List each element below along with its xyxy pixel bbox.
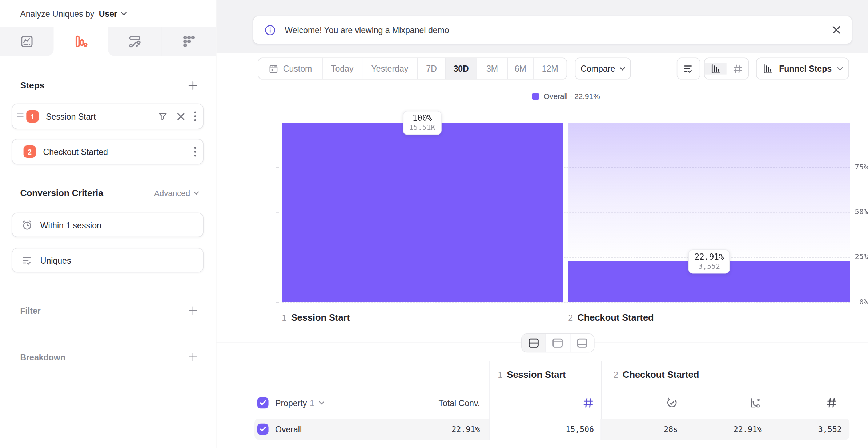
add-breakdown-button[interactable]	[187, 351, 199, 363]
total-conv-cell: 22.91%	[401, 419, 480, 440]
step-event-name[interactable]: Checkout Started	[43, 147, 194, 156]
step2-rate-cell: 22.91%	[714, 419, 762, 440]
legend-label: Overall · 22.91%	[544, 92, 600, 101]
row-name: Overall	[275, 424, 302, 434]
table-group-step-2: 2 Checkout Started	[614, 369, 699, 380]
report-type-tabs	[0, 27, 216, 56]
date-range-label: 30D	[453, 64, 469, 73]
step1-count-header[interactable]	[552, 392, 594, 414]
compare-button[interactable]: Compare	[575, 57, 631, 79]
metric-uniques-button[interactable]	[677, 57, 700, 79]
step2-time-header[interactable]	[647, 392, 678, 414]
property-header: Property 1	[257, 392, 325, 414]
add-step-button[interactable]	[187, 79, 199, 92]
chevron-down-icon	[193, 191, 199, 195]
date-range-3m[interactable]: 3M	[477, 58, 507, 79]
funnel-bar-step-2[interactable]	[568, 123, 850, 302]
split-view-toggle[interactable]	[522, 334, 546, 352]
date-range-30d[interactable]: 30D	[445, 58, 477, 79]
drag-handle-icon[interactable]	[17, 113, 23, 119]
insights-icon	[20, 34, 34, 49]
date-range-label: 7D	[426, 64, 437, 73]
date-range-12m[interactable]: 12M	[533, 58, 566, 79]
demo-welcome-banner: Welcome! You are viewing a Mixpanel demo	[253, 16, 852, 44]
step-number: 2	[568, 313, 573, 322]
counting-method-setting[interactable]: Uniques	[12, 248, 204, 273]
breakdown-title: Breakdown	[20, 352, 65, 362]
value-display-toggle	[704, 57, 749, 79]
info-icon	[265, 24, 276, 36]
date-range-custom[interactable]: Custom	[258, 58, 322, 79]
row-select-area: Overall	[257, 419, 302, 440]
add-filter-button[interactable]	[187, 304, 199, 317]
group-label: Session Start	[507, 369, 566, 380]
step-options-kebab-icon[interactable]	[194, 147, 196, 157]
table-only-view-toggle[interactable]	[570, 334, 594, 352]
step2-count-value: 3,552	[818, 425, 842, 434]
step-1-pct: 100%	[409, 113, 435, 123]
compare-label: Compare	[580, 64, 615, 73]
tab-funnels[interactable]	[54, 27, 108, 56]
step2-count-cell: 3,552	[794, 419, 842, 440]
select-all-checkbox[interactable]	[257, 397, 269, 408]
row-checkbox[interactable]	[257, 424, 269, 435]
analyze-entity-dropdown[interactable]: User	[99, 9, 127, 18]
property-label[interactable]: Property	[275, 398, 307, 408]
list-check-icon	[21, 254, 33, 266]
date-range-today[interactable]: Today	[322, 58, 362, 79]
query-builder-sidebar: Analyze Uniques by User	[0, 0, 216, 448]
analyze-label: Analyze Uniques by	[20, 9, 94, 18]
step-name: Session Start	[291, 312, 350, 323]
step2-rate-header[interactable]	[731, 392, 762, 414]
chart-type-dropdown[interactable]: Funnel Steps	[756, 57, 849, 79]
conversion-window-label: Within 1 session	[40, 220, 101, 229]
absolute-numbers-toggle[interactable]	[727, 64, 748, 74]
date-range-yesterday[interactable]: Yesterday	[362, 58, 417, 79]
percent-bars-toggle[interactable]	[705, 63, 727, 74]
split-view-icon	[528, 338, 539, 348]
x-label-step-2: 2 Checkout Started	[568, 312, 654, 323]
date-range-6m[interactable]: 6M	[507, 58, 533, 79]
funnels-icon	[73, 34, 88, 49]
group-label: Checkout Started	[623, 369, 699, 380]
conversion-window-setting[interactable]: Within 1 session	[12, 213, 204, 237]
banner-close-button[interactable]	[832, 26, 841, 34]
date-range-label: Today	[331, 64, 354, 73]
date-range-control: Custom Today Yesterday 7D 30D 3M 6M 12M	[258, 57, 567, 79]
top-panel-icon	[552, 338, 563, 348]
funnel-chart-icon	[762, 63, 773, 74]
tab-flows[interactable]	[108, 27, 161, 56]
steps-title: Steps	[20, 81, 44, 91]
step-options-kebab-icon[interactable]	[194, 111, 196, 121]
filter-title: Filter	[20, 306, 40, 315]
date-range-7d[interactable]: 7D	[417, 58, 445, 79]
total-conv-header[interactable]: Total Conv.	[401, 392, 480, 414]
legend-swatch	[532, 93, 539, 100]
chevron-down-icon[interactable]	[319, 401, 324, 404]
conversion-rate-chart-icon	[750, 397, 762, 409]
funnel-bar-step-1[interactable]	[282, 123, 563, 302]
step-row-2[interactable]: 2 Checkout Started	[12, 139, 204, 165]
step-2-pct: 22.91%	[695, 253, 724, 262]
step-2-value-tooltip: 22.91% 3,552	[688, 250, 730, 274]
gridline-0	[282, 302, 850, 303]
top-strip: Welcome! You are viewing a Mixpanel demo	[216, 0, 868, 53]
mixpanel-funnels-app: Analyze Uniques by User	[0, 0, 868, 448]
calendar-icon	[269, 64, 279, 74]
chevron-down-icon	[121, 12, 127, 16]
step2-count-header[interactable]	[807, 392, 837, 414]
counting-method-label: Uniques	[40, 255, 71, 265]
tab-retention[interactable]	[161, 27, 216, 56]
advanced-dropdown[interactable]: Advanced	[154, 189, 199, 198]
step-number-badge: 2	[24, 145, 36, 158]
chart-only-view-toggle[interactable]	[546, 334, 570, 352]
chart-legend[interactable]: Overall · 22.91%	[282, 92, 850, 101]
step-row-1[interactable]: 1 Session Start	[12, 104, 204, 129]
step-event-name[interactable]: Session Start	[46, 112, 158, 121]
step-remove-button[interactable]	[177, 112, 185, 121]
chevron-down-icon	[620, 67, 625, 70]
bottom-panel-icon	[576, 338, 588, 348]
step-filter-button[interactable]	[158, 111, 168, 121]
tab-insights[interactable]	[0, 27, 54, 56]
analyze-header: Analyze Uniques by User	[0, 0, 216, 27]
